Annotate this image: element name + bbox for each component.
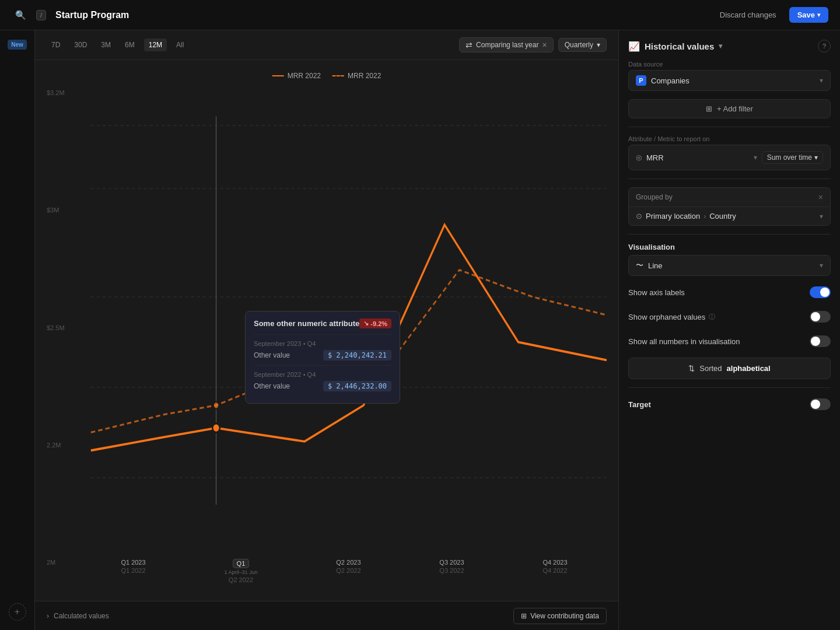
calc-label: Calculated values <box>54 612 109 620</box>
tooltip-section-1: September 2023 • Q4 Other value $ 2,240,… <box>254 334 391 365</box>
grouped-by-country: Country <box>709 212 736 220</box>
data-source-dropdown-left: P Companies <box>636 75 690 86</box>
chart-toolbar: 7D 30D 3M 6M 12M All ⇄ Comparing last ye… <box>35 30 618 60</box>
show-axis-labels-row: Show axis labels <box>628 284 831 300</box>
save-button[interactable]: Save ▾ <box>789 7 828 23</box>
sorted-button[interactable]: ⇅ Sorted alphabetical <box>628 358 831 379</box>
time-30d-button[interactable]: 30D <box>69 38 92 51</box>
show-all-numbers-row: Show all numbers in visualisation <box>628 333 831 349</box>
grouped-by-close-icon[interactable]: × <box>818 192 823 202</box>
time-6m-button[interactable]: 6M <box>120 38 139 51</box>
historical-values-icon: 📈 <box>628 41 640 52</box>
attribute-section: Attribute / Metric to report on ◎ MRR ▾ … <box>628 135 831 170</box>
view-contributing-data-button[interactable]: ⊞ View contributing data <box>513 608 607 624</box>
sum-over-time-button[interactable]: Sum over time ▾ <box>762 151 823 164</box>
x-label-q2-2023: Q2 2023 Q2 2022 <box>336 559 360 583</box>
orphaned-info-icon[interactable]: ⓘ <box>709 313 715 321</box>
visualisation-section: Visualisation 〜 Line ▾ <box>628 243 831 276</box>
show-orphaned-values-row: Show orphaned values ⓘ <box>628 309 831 325</box>
x-label-q3-2023: Q3 2023 Q3 2022 <box>439 559 464 583</box>
calculated-values-toggle[interactable]: › Calculated values <box>47 612 109 620</box>
add-filter-button[interactable]: ⊞ + Add filter <box>628 99 831 118</box>
quarterly-label: Quarterly <box>565 41 593 49</box>
tooltip-label-2: Other value <box>254 382 290 390</box>
x-label-q1-2023: Q1 2023 Q1 2022 <box>121 559 145 583</box>
discard-button[interactable]: Discard changes <box>713 7 783 23</box>
tooltip-period-2: Q4 <box>307 371 316 378</box>
tooltip-label-1: Other value <box>254 351 290 359</box>
sidebar-left: New + <box>0 30 35 630</box>
top-bar-right: Discard changes Save ▾ <box>713 7 828 23</box>
legend-solid-line <box>272 75 284 76</box>
attribute-dropdown[interactable]: ◎ MRR ▾ Sum over time ▾ <box>628 145 831 170</box>
quarterly-chevron-icon: ▾ <box>597 41 600 49</box>
compare-filter: ⇄ Comparing last year × <box>459 37 554 52</box>
visualisation-type-dropdown[interactable]: 〜 Line ▾ <box>628 255 831 276</box>
x-label-top-0: Q1 2023 <box>121 559 145 566</box>
x-label-q1-active: Q1 1 April–31 Jun Q2 2022 <box>224 559 257 583</box>
target-label: Target <box>628 400 651 409</box>
tooltip-quarter-2-date: September 2022 <box>254 371 301 378</box>
grouped-by-chevron-icon: ▾ <box>820 212 823 220</box>
search-button[interactable]: 🔍 <box>12 6 29 24</box>
show-orphaned-label-group: Show orphaned values ⓘ <box>628 313 715 321</box>
panel-header: 📈 Historical values ▾ ? <box>628 40 831 52</box>
calc-bar: › Calculated values ⊞ View contributing … <box>35 601 618 630</box>
target-toggle[interactable] <box>810 398 831 410</box>
data-source-label: Data source <box>628 61 831 68</box>
companies-icon: P <box>636 75 646 86</box>
chart-svg: Some other numeric attribute ↘ -9.2% Sep… <box>47 89 607 595</box>
x-label-bottom-3: Q3 2022 <box>439 567 464 574</box>
panel-title-chevron-icon[interactable]: ▾ <box>719 42 722 50</box>
time-7d-button[interactable]: 7D <box>47 38 65 51</box>
tooltip-value-pct: -9.2% <box>370 320 387 327</box>
panel-info-button[interactable]: ? <box>818 40 831 52</box>
data-source-section: Data source P Companies ▾ <box>628 61 831 91</box>
time-3m-button[interactable]: 3M <box>96 38 116 51</box>
legend-mrr-solid: MRR 2022 <box>272 72 321 80</box>
tooltip-title: Some other numeric attribute <box>254 319 359 328</box>
table-icon: ⊞ <box>521 612 527 620</box>
x-sub-label: 1 April–31 Jun <box>224 569 257 575</box>
x-label-top-1: Q1 <box>233 559 250 568</box>
new-badge: New <box>8 40 27 50</box>
show-axis-labels-toggle[interactable] <box>810 286 831 298</box>
location-icon: ⊙ <box>636 212 642 220</box>
grouped-by-section: Grouped by × ⊙ Primary location › Countr… <box>628 187 831 226</box>
tooltip-arrow-icon: ↘ <box>363 320 369 327</box>
x-label-q4-2023: Q4 2023 Q4 2022 <box>542 559 567 583</box>
quarterly-button[interactable]: Quarterly ▾ <box>558 38 607 52</box>
data-source-dropdown[interactable]: P Companies ▾ <box>628 70 831 91</box>
grouped-by-value[interactable]: ⊙ Primary location › Country ▾ <box>629 207 830 225</box>
divider-1 <box>628 127 831 127</box>
legend-mrr-dashed-label: MRR 2022 <box>348 72 381 80</box>
show-all-numbers-toggle[interactable] <box>810 335 831 347</box>
show-orphaned-toggle[interactable] <box>810 311 831 323</box>
add-sidebar-item-button[interactable]: + <box>9 603 26 621</box>
time-12m-button[interactable]: 12M <box>144 38 167 51</box>
view-contrib-label: View contributing data <box>530 612 599 620</box>
slash-badge: / <box>36 10 46 20</box>
compare-label: Comparing last year <box>476 41 538 49</box>
svg-point-6 <box>212 424 220 432</box>
tooltip-quarter-2: September 2022 • Q4 <box>254 370 391 379</box>
page-title: Startup Program <box>55 10 704 20</box>
compare-close-icon[interactable]: × <box>542 40 547 50</box>
x-label-bottom-0: Q1 2022 <box>121 567 145 574</box>
grouped-by-label: Grouped by <box>636 193 673 201</box>
line-icon: 〜 <box>636 260 643 271</box>
chart-wrapper: MRR 2022 MRR 2022 $3.2M $3M $2.5M 2.2M 2… <box>35 60 618 601</box>
chart-tooltip: Some other numeric attribute ↘ -9.2% Sep… <box>245 311 400 404</box>
tooltip-badge: ↘ -9.2% <box>359 318 391 328</box>
show-all-numbers-label: Show all numbers in visualisation <box>628 337 740 346</box>
x-label-top-3: Q3 2023 <box>439 559 464 566</box>
time-all-button[interactable]: All <box>172 38 188 51</box>
save-chevron-icon: ▾ <box>817 12 820 18</box>
tooltip-header: Some other numeric attribute ↘ -9.2% <box>254 318 391 328</box>
grouped-by-header: Grouped by × <box>629 188 830 207</box>
toggle-knob-orphaned <box>811 312 820 321</box>
attribute-inner: ◎ MRR ▾ Sum over time ▾ <box>636 149 823 166</box>
sorted-value: alphabetical <box>727 364 771 373</box>
grouped-by-arrow-icon: › <box>704 212 706 220</box>
sum-chevron-icon: ▾ <box>814 153 818 162</box>
